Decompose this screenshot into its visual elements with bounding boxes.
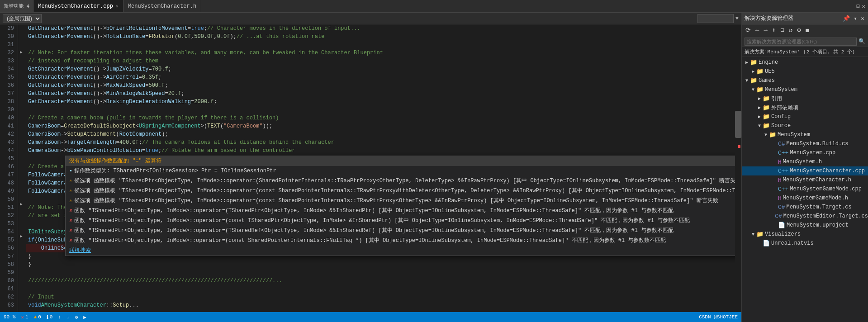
code-line: CameraBoom->SetupAttachment(RootComponen… (26, 130, 733, 138)
error-status[interactable]: ✕ 1 (21, 314, 28, 320)
folder-icon-engine: 📁 (750, 59, 757, 66)
toolbar-back-btn[interactable]: ← (754, 27, 761, 34)
folder-icon-games: 📁 (750, 77, 757, 84)
toolbar-forward-btn[interactable]: → (762, 27, 769, 34)
scrollbar-thumb[interactable] (735, 111, 741, 138)
run-status[interactable]: ▶ (83, 314, 86, 320)
toolbar-refresh-btn[interactable]: ↺ (787, 26, 794, 34)
tree-item-source[interactable]: ▼ 📁 Source (742, 121, 868, 130)
tree-label-source: Source (771, 123, 791, 129)
explorer-search-input[interactable] (745, 38, 857, 46)
tab-h[interactable]: MenuSystemCharacter.h (123, 0, 201, 12)
panel-pin-btn[interactable]: 📌 (842, 15, 851, 22)
toolbar-show-btn[interactable]: ◼ (804, 26, 811, 34)
cpp-icon-char: C++ (778, 168, 788, 175)
toolbar-filter-btn[interactable]: ⚙ (795, 26, 802, 34)
folder-icon-menusystem: 📁 (756, 86, 764, 93)
tree-item-games[interactable]: ▼ 📁 Games (742, 76, 868, 85)
panel-toolbar: ⟳ ← → ⬆ ⊟ ↺ ⚙ ◼ (742, 24, 868, 36)
popup-warn-icon-2: ⚠ (69, 187, 72, 195)
code-line: // Input (26, 293, 733, 301)
popup-header: 没有与这些操作数匹配的 "=" 运算符 (66, 156, 735, 166)
nav-down[interactable]: ↓ (66, 314, 70, 320)
settings-status[interactable]: ⚙ (75, 314, 78, 320)
code-container: 2930313233 3435363738 3940414243 4445464… (0, 24, 741, 312)
status-right: CSDN @SHOTJEE (699, 314, 738, 320)
popup-link[interactable]: 联机搜索 (69, 246, 91, 255)
pin-icon[interactable]: ⊟ (856, 3, 860, 10)
tree-item-ue5[interactable]: ▶ 📁 UE5 (742, 67, 868, 76)
code-line: GetCharacterMovement()->bOrientRotationT… (26, 24, 733, 33)
message-status[interactable]: ℹ 0 (47, 314, 53, 320)
tab-cpp-label: MenuSystemCharacter.cpp (38, 3, 113, 9)
warning-count: 0 (38, 314, 41, 320)
tree-label-ms-cpp: MenuSystem.cpp (790, 150, 835, 156)
tree-item-visualizers[interactable]: ▼ 📁 Visualizers (742, 230, 868, 239)
folder-icon-config: 📁 (763, 113, 770, 120)
toolbar-expand-btn[interactable]: ⬆ (770, 26, 778, 34)
close-panel-icon[interactable]: ✕ (862, 3, 865, 10)
tree-item-config[interactable]: ▶ 📁 Config (742, 112, 868, 121)
tree-item-build-cs[interactable]: C# MenuSystem.Build.cs (742, 139, 868, 148)
popup-error-icon-5: ✗ (69, 217, 72, 225)
solution-info: 解决方案'MenuSystem' (2 个项目, 共 2 个) (742, 47, 868, 57)
tree-item-references[interactable]: ▶ 📁 引用 (742, 94, 868, 103)
tree-item-gm-h[interactable]: H MenuSystemGameMode.h (742, 194, 868, 203)
tab-cpp-close[interactable]: ✕ (116, 4, 119, 9)
tab-cpp[interactable]: MenuSystemCharacter.cpp ✕ (33, 0, 123, 12)
tree-item-natvis[interactable]: 📄 Unreal.natvis (742, 239, 868, 248)
solution-info-text: 解决方案'MenuSystem' (2 个项目, 共 2 个) (745, 49, 855, 55)
tree-label-config: Config (771, 114, 791, 120)
tree-item-gm-cpp[interactable]: C++ MenuSystemGameMode.cpp (742, 185, 868, 194)
tree-item-editor-target-cs[interactable]: C# MenuSystemEditor.Target.cs (742, 212, 868, 221)
code-content[interactable]: GetCharacterMovement()->bOrientRotationT… (24, 24, 735, 312)
vertical-scrollbar[interactable] (735, 24, 741, 312)
search-input[interactable] (697, 14, 734, 23)
tree-item-target-cs[interactable]: C# MenuSystem.Target.cs (742, 203, 868, 212)
search-dropdown-icon[interactable]: ▼ (735, 15, 739, 22)
code-line: CameraBoom->TargetArmLength = 400.0f; //… (26, 138, 733, 147)
tree-item-menusystem[interactable]: ▼ 📁 MenuSystem (742, 85, 868, 94)
tree-item-ms-cpp[interactable]: C++ MenuSystem.cpp (742, 148, 868, 157)
popup-item-4: ✗ 函数 "TSharedPtr<ObjectType, InMode>::op… (66, 206, 735, 216)
popup-item-text-4: 函数 "TSharedPtr<ObjectType, InMode>::oper… (74, 207, 674, 215)
arrow-menusystem: ▼ (750, 87, 756, 92)
tree-item-uproject[interactable]: 📄 MenuSystem.uproject (742, 221, 868, 230)
uproject-icon: 📄 (778, 222, 785, 229)
tree-item-char-cpp[interactable]: C++ MenuSystemCharacter.cpp (742, 166, 868, 175)
code-line (26, 106, 733, 114)
panel-title-bar: 解决方案资源管理器 📌 ▾ ✕ (742, 13, 868, 24)
popup-item-text-3: 候选项 函数模板 "TSharedPtr<ObjectType, InMode>… (74, 197, 718, 205)
tree-label-menusystem: MenuSystem (765, 86, 797, 93)
tree-item-char-h[interactable]: H MenuSystemCharacter.h (742, 175, 868, 185)
toolbar-sync-btn[interactable]: ⟳ (744, 26, 753, 34)
new-feature-tab[interactable]: 新增功能 4 (0, 0, 33, 12)
arrow-games: ▼ (744, 78, 750, 83)
code-line: void AMenuSystemCharacter::Setup... (26, 301, 733, 309)
scope-select[interactable]: (全局范围) (3, 14, 42, 23)
panel-menu-btn[interactable]: ▾ (853, 15, 858, 22)
main-area: (全局范围) ▼ 2930313233 3435363738 394041424… (0, 13, 868, 322)
search-bar: (全局范围) ▼ (0, 13, 741, 24)
arrow-extdeps: ▶ (756, 105, 763, 110)
h-icon-char: H (778, 177, 782, 184)
toolbar-collapse-btn[interactable]: ⊟ (778, 26, 786, 34)
code-line: GetCharacterMovement()->JumpZVelocity = … (26, 65, 733, 73)
folder-icon-extdeps: 📁 (763, 104, 770, 111)
panel-close-btn[interactable]: ✕ (860, 15, 865, 22)
cpp-icon-gm: C++ (778, 186, 788, 193)
tree-item-extdeps[interactable]: ▶ 📁 外部依赖项 (742, 103, 868, 112)
tab-right-controls: ⊟ ✕ (854, 3, 868, 10)
search-icon[interactable]: 🔍 (859, 38, 865, 45)
tree-label-natvis: Unreal.natvis (771, 240, 814, 246)
file-tree: ▶ 📁 Engine ▶ 📁 UE5 ▼ 📁 Games ▼ 📁 MenuSys… (742, 57, 868, 322)
tree-label-uproject: MenuSystem.uproject (787, 222, 849, 228)
tree-item-engine[interactable]: ▶ 📁 Engine (742, 58, 868, 67)
fold-area: ▶ ▶ ▶ (18, 24, 24, 312)
warning-status[interactable]: ▲ 0 (34, 314, 41, 320)
tree-item-source-ms[interactable]: ▼ 📁 MenuSystem (742, 130, 868, 139)
tree-item-ms-h[interactable]: H MenuSystem.h (742, 157, 868, 166)
popup-link-item[interactable]: 联机搜索 (66, 246, 735, 256)
tree-label-extdeps: 外部依赖项 (771, 104, 798, 112)
nav-up[interactable]: ↑ (58, 314, 61, 320)
